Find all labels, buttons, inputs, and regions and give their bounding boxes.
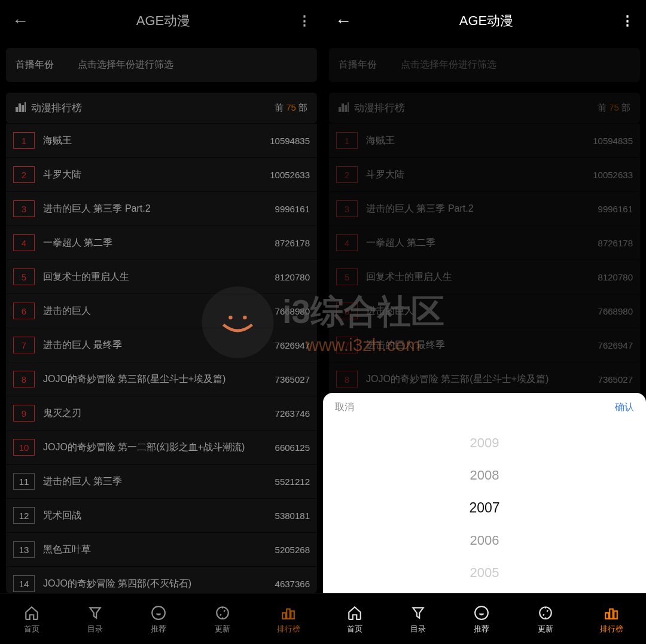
svg-point-14 bbox=[540, 607, 551, 619]
anime-name: 回复术士的重启人生 bbox=[366, 271, 598, 283]
back-icon[interactable]: ← bbox=[335, 11, 352, 30]
list-item[interactable]: 11进击的巨人 第三季5521212 bbox=[6, 464, 317, 498]
anime-views: 10594835 bbox=[593, 136, 633, 146]
rank-badge: 11 bbox=[13, 473, 35, 490]
rank-badge: 8 bbox=[13, 371, 35, 387]
more-icon[interactable]: ⋮ bbox=[298, 13, 311, 29]
svg-rect-12 bbox=[348, 102, 349, 112]
year-filter[interactable]: 首播年份 点击选择年份进行筛选 bbox=[6, 48, 317, 82]
svg-rect-6 bbox=[283, 613, 286, 619]
nav-label: 目录 bbox=[87, 624, 103, 634]
picker-cancel-button[interactable]: 取消 bbox=[335, 401, 354, 414]
picker-confirm-button[interactable]: 确认 bbox=[615, 401, 634, 414]
svg-rect-11 bbox=[345, 105, 347, 112]
anime-name: JOJO的奇妙冒险 第三部(星尘斗士+埃及篇) bbox=[366, 373, 598, 386]
svg-point-4 bbox=[153, 606, 166, 619]
list-item[interactable]: 7进击的巨人 最终季7626947 bbox=[6, 328, 317, 362]
list-item[interactable]: 13黑色五叶草5205268 bbox=[6, 532, 317, 566]
list-item[interactable]: 5回复术士的重启人生8120780 bbox=[329, 260, 640, 294]
svg-rect-16 bbox=[610, 609, 613, 618]
svg-rect-7 bbox=[287, 609, 290, 618]
anime-views: 7365027 bbox=[598, 374, 633, 384]
nav-item-更新[interactable]: 更新 bbox=[214, 604, 231, 634]
anime-name: 黑色五叶草 bbox=[43, 544, 275, 556]
picker-option[interactable]: 2009 bbox=[470, 435, 499, 451]
list-item[interactable]: 4一拳超人 第二季8726178 bbox=[329, 225, 640, 260]
rank-badge: 12 bbox=[13, 507, 35, 524]
svg-rect-8 bbox=[291, 611, 294, 618]
svg-rect-15 bbox=[606, 613, 609, 619]
chart-icon bbox=[339, 101, 349, 115]
nav-item-排行榜[interactable]: 排行榜 bbox=[277, 604, 300, 634]
list-item[interactable]: 6进击的巨人7668980 bbox=[6, 294, 317, 328]
nav-item-目录[interactable]: 目录 bbox=[409, 604, 427, 634]
list-item[interactable]: 1海贼王10594835 bbox=[6, 123, 317, 157]
rank-title: 动漫排行榜 bbox=[354, 101, 598, 115]
anime-name: 进击的巨人 bbox=[43, 305, 275, 318]
nav-item-首页[interactable]: 首页 bbox=[346, 604, 364, 634]
anime-ranking-list[interactable]: 1海贼王105948352斗罗大陆100526333进击的巨人 第三季 Part… bbox=[6, 123, 317, 593]
filter-label: 首播年份 bbox=[16, 59, 54, 71]
page-title: AGE动漫 bbox=[352, 12, 621, 30]
nav-item-更新[interactable]: 更新 bbox=[537, 604, 554, 634]
list-item[interactable]: 3进击的巨人 第三季 Part.29996161 bbox=[6, 191, 317, 225]
list-item[interactable]: 5回复术士的重启人生8120780 bbox=[6, 260, 317, 294]
picker-wheel[interactable]: 20092008200720062005 bbox=[323, 422, 646, 593]
nav-item-首页[interactable]: 首页 bbox=[23, 604, 41, 634]
anime-name: 一拳超人 第二季 bbox=[366, 237, 598, 249]
header: ← AGE动漫 ⋮ bbox=[0, 0, 323, 42]
back-icon[interactable]: ← bbox=[12, 11, 29, 30]
list-item[interactable]: 6进击的巨人7668980 bbox=[329, 294, 640, 328]
rank-badge: 3 bbox=[336, 200, 358, 217]
nav-label: 更新 bbox=[538, 624, 553, 634]
list-item[interactable]: 1海贼王10594835 bbox=[329, 123, 640, 157]
bottom-nav: 首页目录推荐更新排行榜 bbox=[323, 593, 646, 644]
nav-label: 首页 bbox=[347, 624, 362, 634]
list-item[interactable]: 12咒术回战5380181 bbox=[6, 498, 317, 532]
nav-icon bbox=[537, 604, 554, 622]
nav-item-排行榜[interactable]: 排行榜 bbox=[600, 604, 623, 634]
rank-subtitle: 前 75 部 bbox=[275, 102, 307, 114]
nav-label: 首页 bbox=[24, 624, 39, 634]
anime-name: 进击的巨人 最终季 bbox=[43, 339, 275, 352]
rank-badge: 7 bbox=[336, 337, 358, 353]
svg-rect-3 bbox=[25, 102, 26, 112]
year-picker-sheet: 取消 确认 20092008200720062005 bbox=[323, 393, 646, 593]
picker-option[interactable]: 2007 bbox=[469, 500, 499, 516]
rank-badge: 6 bbox=[13, 303, 35, 319]
anime-name: 鬼灭之刃 bbox=[43, 407, 275, 420]
picker-option[interactable]: 2008 bbox=[470, 468, 499, 483]
nav-label: 排行榜 bbox=[600, 624, 623, 634]
more-icon[interactable]: ⋮ bbox=[621, 13, 634, 29]
nav-item-推荐[interactable]: 推荐 bbox=[150, 604, 167, 634]
list-item[interactable]: 3进击的巨人 第三季 Part.29996161 bbox=[329, 191, 640, 225]
nav-icon bbox=[86, 604, 104, 622]
nav-icon bbox=[409, 604, 427, 622]
list-item[interactable]: 14JOJO的奇妙冒险 第四部(不灭钻石)4637366 bbox=[6, 566, 317, 593]
nav-item-目录[interactable]: 目录 bbox=[86, 604, 104, 634]
picker-option[interactable]: 2005 bbox=[470, 565, 499, 581]
nav-icon bbox=[23, 604, 41, 622]
anime-views: 10052633 bbox=[270, 170, 310, 180]
filter-label: 首播年份 bbox=[339, 59, 377, 71]
rank-badge: 1 bbox=[336, 132, 358, 149]
list-item[interactable]: 2斗罗大陆10052633 bbox=[6, 157, 317, 191]
list-item[interactable]: 9鬼灭之刃7263746 bbox=[6, 396, 317, 430]
rank-badge: 7 bbox=[13, 337, 35, 353]
list-item[interactable]: 8JOJO的奇妙冒险 第三部(星尘斗士+埃及篇)7365027 bbox=[6, 362, 317, 396]
nav-item-推荐[interactable]: 推荐 bbox=[473, 604, 490, 634]
rank-badge: 10 bbox=[13, 439, 35, 456]
list-item[interactable]: 7进击的巨人 最终季7626947 bbox=[329, 328, 640, 362]
list-item[interactable]: 4一拳超人 第二季8726178 bbox=[6, 225, 317, 260]
picker-option[interactable]: 2006 bbox=[470, 533, 499, 548]
anime-name: 一拳超人 第二季 bbox=[43, 237, 275, 249]
rank-header: 动漫排行榜 前 75 部 bbox=[329, 93, 640, 123]
list-item[interactable]: 2斗罗大陆10052633 bbox=[329, 157, 640, 191]
rank-badge: 5 bbox=[336, 268, 358, 285]
anime-name: 海贼王 bbox=[43, 135, 270, 147]
list-item[interactable]: 8JOJO的奇妙冒险 第三部(星尘斗士+埃及篇)7365027 bbox=[329, 362, 640, 396]
anime-name: 进击的巨人 第三季 Part.2 bbox=[43, 203, 275, 215]
year-filter[interactable]: 首播年份 点击选择年份进行筛选 bbox=[329, 48, 640, 82]
list-item[interactable]: 10JOJO的奇妙冒险 第一二部(幻影之血+战斗潮流)6606125 bbox=[6, 430, 317, 464]
svg-rect-9 bbox=[339, 107, 341, 112]
